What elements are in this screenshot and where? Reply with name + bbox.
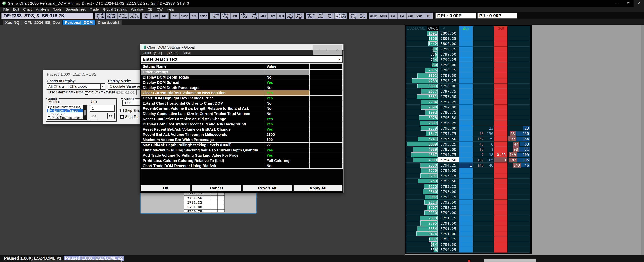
minimize-icon[interactable]: — [613, 0, 623, 7]
menu-item[interactable]: CB [146, 7, 154, 11]
chartbook-tab[interactable]: Personal_DOM [62, 20, 95, 25]
buy-cell[interactable] [459, 52, 473, 57]
list-item[interactable]: By Time (hh:mm:ss.ms) [47, 105, 83, 109]
toolbar-button[interactable]: Tool Cfg1 [286, 13, 294, 19]
buy-cell[interactable] [459, 136, 473, 142]
setting-value-cell[interactable]: Yes [265, 116, 310, 122]
settings-row[interactable]: Display DOM Depth Percentages No [141, 85, 342, 90]
buy-cell[interactable] [459, 184, 473, 189]
setting-value-cell[interactable]: Yes [265, 148, 310, 153]
settings-row[interactable]: Recent/Current Volume Bars Length Relati… [141, 106, 342, 111]
settings-row[interactable]: Reset Recent Bid/Ask Volume on Bid/Ask C… [141, 127, 342, 132]
buy-cell[interactable] [459, 152, 473, 157]
settings-row[interactable]: Maximum Volume Bar Width Percentage 100 [141, 137, 342, 143]
settings-row[interactable]: Display DOM Spread Yes [141, 80, 342, 85]
settings-row[interactable]: Reset Cumulative Last Size on Bid Ask Ch… [141, 116, 342, 122]
toolbar-button[interactable]: Ray [268, 13, 276, 19]
dialog-menu-item[interactable]: [*Other] [167, 51, 178, 55]
settings-row[interactable]: Max Bid/Ask Depth Pulling/Stacking Level… [141, 143, 342, 148]
buy-column-header[interactable]: Buy [459, 26, 473, 31]
menu-item[interactable]: Global Settings [101, 7, 129, 11]
buy-cell[interactable] [459, 62, 473, 67]
close-icon[interactable]: ✕ [634, 0, 644, 7]
sell-cell[interactable] [494, 247, 508, 252]
buy-cell[interactable] [459, 110, 473, 115]
buy-cell[interactable] [459, 205, 473, 210]
list-item[interactable]: To Next Bar [47, 112, 83, 116]
sell-cell[interactable] [494, 120, 508, 126]
toolbar-button[interactable]: >|< [190, 13, 198, 19]
buy-cell[interactable] [459, 226, 473, 231]
chartbook-tab[interactable]: Xas-NQ [3, 20, 22, 25]
buy-cell[interactable] [459, 84, 473, 89]
menu-item[interactable]: CW [154, 7, 165, 11]
buy-cell[interactable] [459, 120, 473, 126]
buy-cell[interactable] [459, 131, 473, 136]
buy-cell[interactable] [459, 242, 473, 247]
toolbar-button[interactable]: <<|>> [179, 13, 189, 19]
sell-cell[interactable] [494, 131, 508, 136]
setting-value-cell[interactable]: Yes [265, 90, 310, 95]
toolbar-button[interactable]: Tool Val [326, 13, 335, 19]
settings-row[interactable]: Limit Maximum Pulling Stacking Value To … [141, 148, 342, 153]
settings-row[interactable]: Add Trade Volume To Pulling Stacking Val… [141, 153, 342, 158]
setting-value-cell[interactable]: Yes [265, 127, 310, 132]
toolbar-button[interactable]: Chart Set [210, 13, 220, 19]
sell-cell[interactable]: 0.25 [494, 152, 508, 157]
sell-cell[interactable] [494, 221, 508, 226]
menu-item[interactable]: Spreadsheet [64, 7, 88, 11]
settings-row[interactable]: Chart Trade DOM Recenter Using Bid Ask N… [141, 163, 342, 169]
sell-cell[interactable] [494, 231, 508, 237]
toolbar-button[interactable]: Val Wind [316, 13, 326, 19]
quantity-badge[interactable]: Qty: 1 [427, 26, 439, 30]
buy-cell[interactable] [459, 31, 473, 36]
buy-cell[interactable] [459, 41, 473, 46]
buy-cell[interactable] [459, 231, 473, 237]
toolbar-button[interactable]: 10M [406, 13, 415, 19]
list-item[interactable]: By Number of Trades [47, 109, 83, 112]
buy-cell[interactable] [459, 99, 473, 105]
maximize-icon[interactable]: □ [623, 0, 634, 7]
dialog-menu-item[interactable]: [Order Types] [142, 51, 162, 55]
sell-cell[interactable] [494, 142, 508, 147]
chevron-down-icon[interactable]: ▼ [100, 84, 105, 89]
sell-cell[interactable] [494, 84, 508, 89]
buy-cell[interactable] [459, 36, 473, 41]
revert-all-button[interactable]: Revert All [242, 185, 292, 192]
jump-forward-button[interactable]: >> [107, 113, 115, 119]
toolbar-button[interactable]: Text [277, 13, 286, 19]
toolbar-button[interactable]: Open Cbook [106, 13, 117, 19]
sell-cell[interactable] [494, 189, 508, 194]
buy-cell[interactable] [459, 216, 473, 221]
sell-cell[interactable] [494, 168, 508, 173]
toolbar-button[interactable]: Adj Reg [250, 13, 259, 19]
ok-button[interactable]: OK [141, 185, 190, 192]
sell-cell[interactable] [494, 78, 508, 83]
buy-cell[interactable] [459, 105, 473, 110]
setting-value-cell[interactable]: 100 [265, 137, 310, 142]
toolbar-button[interactable]: Daily [368, 13, 378, 19]
toolbar-button[interactable]: Pos Win [358, 13, 367, 19]
apply-all-button[interactable]: Apply All [293, 185, 343, 192]
toolbar-button[interactable]: Chart Stdy [221, 13, 230, 19]
toolbar-button[interactable]: 1H [424, 13, 433, 19]
toolbar-button[interactable]: <|> [170, 13, 179, 19]
toolbar-button[interactable]: Chart Val [240, 13, 250, 19]
date-field[interactable]: 2024-11-01 [115, 90, 137, 95]
sell-cell[interactable] [494, 126, 508, 131]
menu-item[interactable]: File [1, 7, 11, 11]
buy-cell[interactable] [459, 126, 473, 131]
chartbook-tab[interactable]: Chartbook1 [96, 20, 122, 25]
charts-to-replay-select[interactable]: All Charts in Chartbook ▼ [46, 83, 106, 89]
settings-row[interactable]: Other Settings [141, 70, 342, 75]
search-input[interactable]: Enter Search Text [141, 56, 337, 62]
menu-item[interactable]: Analysis [34, 7, 51, 11]
sell-cell[interactable] [494, 52, 508, 57]
setting-value-cell[interactable]: Yes [265, 80, 310, 85]
sell-cell[interactable] [494, 68, 508, 73]
buy-cell[interactable] [459, 94, 473, 99]
sell-column-header[interactable]: Sell [494, 26, 508, 31]
toolbar-button[interactable]: Srv Set [142, 13, 151, 19]
chevron-down-icon[interactable]: ▼ [337, 56, 342, 62]
minimize-icon[interactable]: — [316, 48, 320, 52]
